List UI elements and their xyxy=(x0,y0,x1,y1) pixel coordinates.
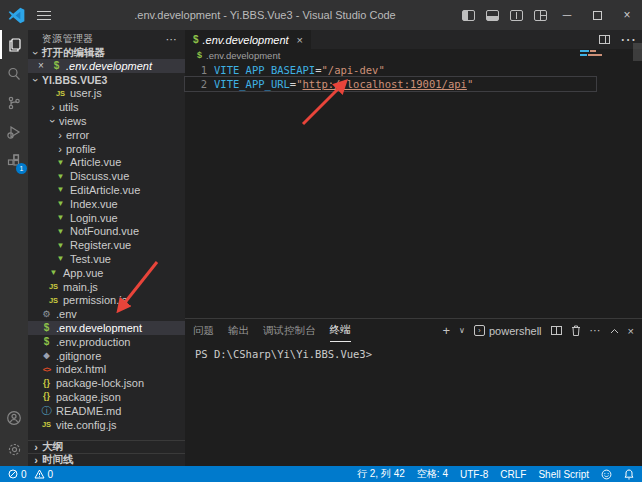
panel-tab-2[interactable]: 输出 xyxy=(228,319,249,342)
tab-close-icon[interactable]: × xyxy=(297,34,303,46)
terminal-dropdown-icon[interactable]: ∨ xyxy=(459,326,465,335)
panel-tab-1[interactable]: 问题 xyxy=(193,319,214,342)
panel-tab-3[interactable]: 调试控制台 xyxy=(263,319,316,342)
project-section[interactable]: › YI.BBS.VUE3 xyxy=(28,73,185,87)
tree-item-EditArticle.vue[interactable]: ▼EditArticle.vue xyxy=(28,183,185,197)
run-debug-icon[interactable] xyxy=(0,117,28,146)
tree-item-permission.js[interactable]: JSpermission.js xyxy=(28,293,185,307)
tree-item-error[interactable]: ›error xyxy=(28,128,185,142)
warning-icon xyxy=(34,469,45,479)
tree-item-App.vue[interactable]: ▼App.vue xyxy=(28,266,185,280)
terminal-shell-select[interactable]: › powershell xyxy=(474,325,542,337)
panel-tab-4[interactable]: 终端 xyxy=(330,319,351,342)
tree-item-.env.development[interactable]: $.env.development xyxy=(28,321,185,335)
eol-sequence[interactable]: CRLF xyxy=(500,469,526,480)
indentation[interactable]: 空格: 4 xyxy=(417,467,448,481)
tree-item-views[interactable]: ›views xyxy=(28,114,185,128)
outline-section[interactable]: › 大纲 xyxy=(28,440,185,453)
explorer-icon[interactable] xyxy=(0,30,28,59)
tree-item-Article.vue[interactable]: ▼Article.vue xyxy=(28,155,185,169)
toggle-secondary-sidebar-icon[interactable] xyxy=(504,0,528,30)
tree-item-utils[interactable]: ›utils xyxy=(28,100,185,114)
cursor-position[interactable]: 行 2, 列 42 xyxy=(357,467,405,481)
maximize-button[interactable] xyxy=(582,0,612,30)
settings-gear-icon[interactable] xyxy=(0,432,28,466)
breadcrumb[interactable]: $ .env.development xyxy=(185,49,642,61)
minimap-slider[interactable] xyxy=(633,43,642,61)
tree-item-Test.vue[interactable]: ▼Test.vue xyxy=(28,252,185,266)
code-editor[interactable]: 1VITE_APP_BASEAPI="/api-dev"2VITE_APP_UR… xyxy=(185,61,642,91)
kill-terminal-icon[interactable] xyxy=(571,325,581,336)
tree-item-.gitignore[interactable]: ◆.gitignore xyxy=(28,349,185,363)
maximize-panel-icon[interactable] xyxy=(610,328,619,334)
open-editor-item[interactable]: × $ .env.development xyxy=(28,59,185,73)
js-file-icon: JS xyxy=(47,294,60,307)
tab-env-development[interactable]: $ .env.development × xyxy=(185,30,311,49)
tree-item-package-lock.json[interactable]: {}package-lock.json xyxy=(28,376,185,390)
menu-icon[interactable] xyxy=(37,11,51,20)
new-terminal-icon[interactable]: + xyxy=(443,323,451,338)
tree-item-NotFound.vue[interactable]: ▼NotFound.vue xyxy=(28,224,185,238)
problems-status[interactable]: 0 0 xyxy=(8,469,53,480)
file-name: utils xyxy=(59,101,79,113)
tree-item-user.js[interactable]: JSuser.js xyxy=(28,87,185,101)
toggle-sidebar-icon[interactable] xyxy=(456,0,480,30)
tree-item-Login.vue[interactable]: ▼Login.vue xyxy=(28,211,185,225)
code-token: VITE_APP_BASEAPI xyxy=(214,64,315,76)
git-file-icon: ◆ xyxy=(40,349,53,362)
status-bar: 0 0 行 2, 列 42 空格: 4 UTF-8 CRLF Shell Scr… xyxy=(0,466,642,482)
code-line-2[interactable]: 2VITE_APP_URL="http://localhost:19001/ap… xyxy=(185,77,596,91)
tree-item-Index.vue[interactable]: ▼Index.vue xyxy=(28,197,185,211)
panel-more-actions-icon[interactable]: ⋯ xyxy=(590,324,601,337)
customize-layout-icon[interactable] xyxy=(528,0,552,30)
file-name: EditArticle.vue xyxy=(70,184,140,196)
tree-item-main.js[interactable]: JSmain.js xyxy=(28,280,185,294)
encoding[interactable]: UTF-8 xyxy=(460,469,488,480)
close-button[interactable]: × xyxy=(612,0,642,30)
tree-item-Register.vue[interactable]: ▼Register.vue xyxy=(28,238,185,252)
tree-item-index.html[interactable]: <>index.html xyxy=(28,362,185,376)
file-name: Register.vue xyxy=(70,239,131,251)
vue-file-icon: ▼ xyxy=(54,252,67,265)
extensions-icon[interactable]: 1 xyxy=(0,146,28,175)
timeline-section[interactable]: › 时间线 xyxy=(28,453,185,466)
url-link[interactable]: http://localhost:19001/api xyxy=(303,78,467,90)
account-icon[interactable] xyxy=(0,403,28,432)
breadcrumb-file: .env.development xyxy=(206,50,280,61)
file-name: .env.development xyxy=(56,322,142,334)
minimize-button[interactable]: ─ xyxy=(552,0,582,30)
open-editors-section[interactable]: › 打开的编辑器 xyxy=(28,46,185,59)
vue-file-icon: ▼ xyxy=(54,239,67,252)
tree-item-profile[interactable]: ›profile xyxy=(28,142,185,156)
language-mode[interactable]: Shell Script xyxy=(538,469,589,480)
minimap[interactable] xyxy=(580,50,606,58)
close-panel-icon[interactable]: × xyxy=(628,325,634,337)
file-name: README.md xyxy=(56,405,121,417)
line-number: 1 xyxy=(185,63,207,77)
tree-item-Discuss.vue[interactable]: ▼Discuss.vue xyxy=(28,169,185,183)
tree-item-README.md[interactable]: ⓘREADME.md xyxy=(28,404,185,418)
tree-item-package.json[interactable]: {}package.json xyxy=(28,390,185,404)
tree-item-.env[interactable]: ⚙.env xyxy=(28,307,185,321)
sidebar-more-actions-icon[interactable]: ⋯ xyxy=(166,33,177,46)
project-label: YI.BBS.VUE3 xyxy=(42,74,107,86)
toggle-panel-icon[interactable] xyxy=(480,0,504,30)
file-name: .env xyxy=(56,308,77,320)
extensions-badge: 1 xyxy=(16,163,27,174)
feedback-icon[interactable] xyxy=(601,469,612,480)
split-editor-icon[interactable] xyxy=(599,35,610,44)
tree-item-.env.production[interactable]: $.env.production xyxy=(28,335,185,349)
tree-item-vite.config.js[interactable]: JSvite.config.js xyxy=(28,418,185,432)
notifications-bell-icon[interactable] xyxy=(624,469,634,480)
code-line-1[interactable]: 1VITE_APP_BASEAPI="/api-dev" xyxy=(185,63,596,77)
terminal-output[interactable]: PS D:\CSharp\Yi\Yi.BBS.Vue3> xyxy=(185,342,642,360)
split-terminal-icon[interactable] xyxy=(551,326,562,335)
shell-file-icon: $ xyxy=(40,321,53,334)
file-name: Test.vue xyxy=(70,253,111,265)
search-icon[interactable] xyxy=(0,59,28,88)
open-editors-label: 打开的编辑器 xyxy=(42,46,105,60)
tab-label: .env.development xyxy=(203,34,289,46)
close-editor-icon[interactable]: × xyxy=(38,60,50,71)
source-control-icon[interactable] xyxy=(0,88,28,117)
chevron-down-icon: › xyxy=(30,74,42,86)
